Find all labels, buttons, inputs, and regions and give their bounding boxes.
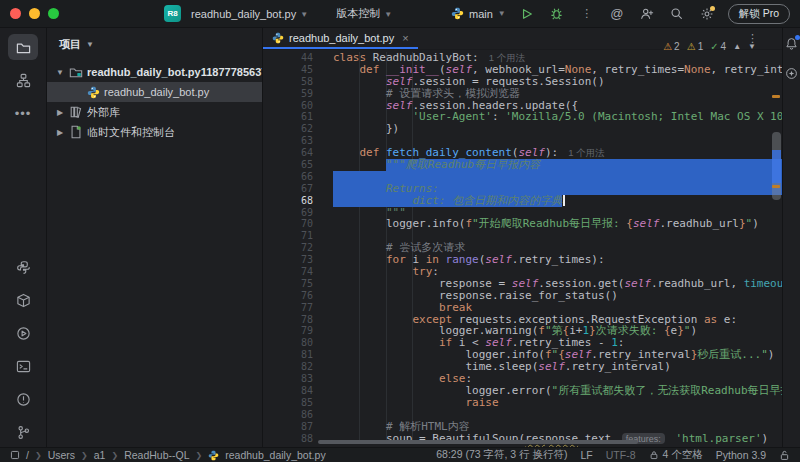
chevron-down-icon: ▼ [384,10,392,19]
line-number[interactable]: 63 [263,135,333,147]
line-number[interactable]: 67 [263,183,333,195]
version-control-tool-button[interactable] [8,419,38,445]
at-mention-icon[interactable]: @ [608,5,626,23]
prev-problem-icon[interactable]: ▲ [733,42,741,51]
line-number[interactable]: 75 [263,278,333,290]
close-tab-icon[interactable]: × [402,32,408,44]
run-button[interactable] [518,5,536,23]
horizontal-scrollbar-thumb[interactable] [318,440,638,444]
line-number[interactable]: 73 [263,254,333,266]
next-problem-icon[interactable]: ▼ [748,42,756,51]
scrollbar-warning-mark [772,95,780,98]
usages-inlay-hint[interactable]: 1 个用法 [568,147,604,158]
tree-item-python-file[interactable]: readhub_daily_bot.py [47,82,262,102]
window-controls[interactable] [10,8,59,19]
line-number[interactable]: 81 [263,349,333,361]
code-line-85[interactable]: 85 raise [263,397,782,409]
vcs-menu[interactable]: 版本控制 ▼ [336,6,392,21]
warnings-strong[interactable]: ⚠2 [663,41,680,52]
caret-position-widget[interactable]: 68:29 (73 字符, 3 行 换行符) [436,448,567,462]
line-number[interactable]: 87 [263,421,333,433]
dependencies-tool-button[interactable] [8,287,38,313]
ai-assistant-icon[interactable] [785,66,799,80]
terminal-tool-button[interactable] [8,353,38,379]
line-number[interactable]: 45 [263,64,333,76]
problems-tool-button[interactable] [8,386,38,412]
line-number[interactable]: 59 [263,88,333,100]
unlock-pro-button[interactable]: 解锁 Pro [728,4,790,24]
line-number[interactable]: 62 [263,123,333,135]
line-number[interactable]: 70 [263,218,333,230]
line-number[interactable]: 80 [263,337,333,349]
line-number[interactable]: 64 [263,147,333,159]
line-number[interactable]: 74 [263,266,333,278]
line-number[interactable]: 86 [263,409,333,421]
line-number[interactable]: 79 [263,325,333,337]
line-number[interactable]: 60 [263,100,333,112]
tree-item-external-libraries[interactable]: ▶ 外部库 [47,102,262,122]
line-number[interactable]: 77 [263,302,333,314]
line-number[interactable]: 66 [263,171,333,183]
unlock-icon[interactable] [779,450,790,461]
breadcrumb-item[interactable]: a1 [94,449,106,461]
editor-scrollbar[interactable] [771,50,782,447]
line-ending-widget[interactable]: LF [581,449,593,461]
line-number[interactable]: 76 [263,290,333,302]
inspections-widget[interactable]: ⚠2 ⚠1 ✓4 ▲ ▼ [663,41,756,52]
debug-button[interactable] [548,5,566,23]
usages-inlay-hint[interactable]: 1 个用法 [489,52,525,63]
breadcrumb-root[interactable]: / [26,449,29,461]
line-number[interactable]: 61 [263,111,333,123]
chevron-right-icon: ❯ [35,451,42,460]
code-line-62[interactable]: 62 }) [263,123,782,135]
tree-item-project-root[interactable]: ▼ readhub_daily_bot.py118777856377156080… [47,62,262,82]
line-number[interactable]: 82 [263,361,333,373]
code-token: , retry_times= [591,63,684,76]
warnings-weak[interactable]: ⚠1 [687,41,704,52]
code-text: raise [333,396,499,409]
services-tool-button[interactable] [8,320,38,346]
code-with-me-icon[interactable] [638,5,656,23]
breadcrumb-item[interactable]: Users [48,449,75,461]
python-packages-tool-button[interactable] [8,254,38,280]
more-tool-windows-button[interactable]: ••• [8,100,38,126]
project-panel-header[interactable]: 项目 ▼ [47,32,262,56]
code-line-70[interactable]: 70 logger.info(f"开始爬取Readhub每日早报: {self.… [263,218,782,230]
code-line-65[interactable]: 65 """爬取Readhub每日早报内容 [263,159,782,171]
project-badge[interactable]: R8 [164,5,181,22]
more-actions-button[interactable]: ⋮ [578,5,596,23]
indent-widget[interactable]: 4 个空格 [649,448,703,462]
line-number[interactable]: 65 [263,159,333,171]
encoding-widget[interactable]: UTF-8 [606,449,636,461]
settings-gear-icon[interactable] [698,5,716,23]
line-number[interactable]: 69 [263,207,333,219]
close-window-icon[interactable] [10,8,21,19]
code-pane[interactable]: 44class ReadhubDailyBot:1 个用法45 def __in… [263,50,782,447]
line-number[interactable]: 68 [263,195,333,207]
minimize-window-icon[interactable] [29,8,40,19]
interpreter-widget[interactable]: Python 3.9 [716,449,766,461]
line-number[interactable]: 78 [263,314,333,326]
notifications-bell-icon[interactable] [785,36,799,50]
tab-readhub-daily-bot[interactable]: readhub_daily_bot.py × [263,27,418,49]
tree-item-scratches[interactable]: ▶ 临时文件和控制台 [47,122,262,142]
line-number[interactable]: 85 [263,397,333,409]
line-number[interactable]: 84 [263,385,333,397]
line-number[interactable]: 58 [263,76,333,88]
code-token: "所有重试都失败了，无法获取Readhub每日早报" [552,384,782,397]
project-name-menu[interactable]: readhub_daily_bot.py ▼ [191,8,308,20]
line-number[interactable]: 44 [263,52,333,64]
inspections-ok[interactable]: ✓4 [710,41,726,52]
run-config-selector[interactable]: main ▼ [451,7,506,20]
project-tool-button[interactable] [8,34,38,60]
maximize-window-icon[interactable] [48,8,59,19]
breadcrumb-item[interactable]: ReadHub--QL [124,449,189,461]
line-number[interactable]: 83 [263,373,333,385]
structure-tool-button[interactable] [8,67,38,93]
breadcrumb-item[interactable]: readhub_daily_bot.py [225,449,325,461]
search-icon[interactable] [668,5,686,23]
line-number[interactable]: 71 [263,230,333,242]
line-number[interactable]: 72 [263,242,333,254]
window-icon[interactable] [10,450,20,460]
column-lock-icon [649,450,659,460]
